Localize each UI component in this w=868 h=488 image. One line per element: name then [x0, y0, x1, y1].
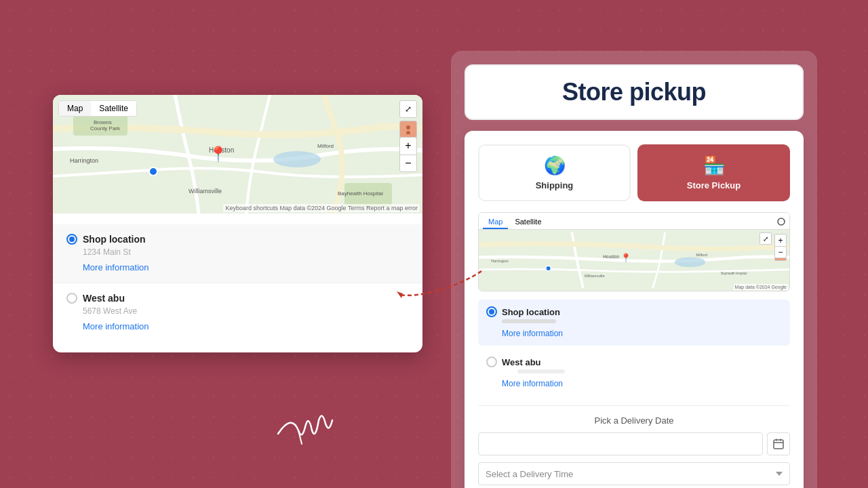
left-location-shop-address: 1234 Main St — [83, 247, 409, 257]
svg-point-15 — [778, 218, 785, 225]
right-location-shop-header: Shop location — [486, 306, 782, 317]
delivery-tabs: 🌍 Shipping 🏪 Store Pickup — [478, 144, 790, 201]
right-location-west-abu[interactable]: West abu More information — [478, 350, 790, 396]
right-radio-west-abu[interactable] — [486, 357, 497, 367]
left-zoom-out-button[interactable]: − — [399, 155, 417, 172]
right-radio-shop[interactable] — [486, 306, 497, 317]
right-map-tab-map[interactable]: Map — [483, 216, 508, 229]
right-zoom-out-button[interactable]: − — [774, 246, 787, 258]
svg-text:Browns: Browns — [94, 119, 112, 125]
svg-text:📍: 📍 — [209, 145, 228, 163]
left-map-container: Browns County Park Harrington Houston Wi… — [53, 95, 422, 214]
svg-text:Milford: Milford — [317, 143, 334, 149]
date-input[interactable] — [478, 432, 763, 455]
left-zoom-controls: + − — [399, 137, 417, 172]
svg-text:Williamsville: Williamsville — [585, 274, 605, 278]
svg-text:Harrington: Harrington — [491, 259, 509, 263]
left-location-west-abu-header: West abu — [66, 293, 409, 304]
left-location-shop-name: Shop location — [83, 234, 146, 245]
right-location-shop-name: Shop location — [502, 307, 560, 317]
delivery-tab-store-pickup[interactable]: 🏪 Store Pickup — [637, 144, 790, 201]
right-zoom-in-button[interactable]: + — [774, 234, 787, 246]
svg-text:Milford: Milford — [696, 253, 707, 257]
right-card: 🌍 Shipping 🏪 Store Pickup Map Satellite — [465, 131, 804, 488]
right-small-map-expand[interactable]: ⤢ — [760, 232, 772, 245]
right-map-wrapper: Map Satellite Harrington Houston — [478, 212, 790, 291]
left-radio-west-abu[interactable] — [66, 293, 77, 304]
right-map-tab-satellite[interactable]: Satellite — [509, 216, 547, 229]
right-location-west-abu-name: West abu — [502, 357, 541, 367]
svg-text:County Park: County Park — [90, 125, 121, 131]
left-more-info-shop-link[interactable]: More information — [83, 262, 149, 272]
svg-text:Houston: Houston — [603, 254, 619, 259]
date-input-row — [478, 432, 790, 455]
right-locations: Shop location More information West abu … — [478, 300, 790, 396]
shipping-label: Shipping — [536, 180, 574, 190]
left-map-footer: Keyboard shortcuts Map data ©2024 Google… — [223, 204, 420, 212]
right-location-west-abu-header: West abu — [486, 357, 782, 367]
left-location-shop-header: Shop location — [66, 234, 409, 245]
store-pickup-icon: 🏪 — [703, 155, 725, 176]
store-pickup-title: Store pickup — [562, 78, 706, 106]
calendar-button[interactable] — [767, 432, 790, 455]
svg-point-24 — [546, 266, 551, 270]
right-map-footer: Map data ©2024 Google — [734, 284, 788, 290]
svg-text:Williamsville: Williamsville — [189, 188, 222, 195]
right-location-shop[interactable]: Shop location More information — [478, 300, 790, 346]
svg-rect-25 — [774, 440, 783, 449]
delivery-date-label: Pick a Delivery Date — [478, 415, 790, 426]
shipping-icon: 🌍 — [544, 155, 566, 176]
left-location-panel: Browns County Park Harrington Houston Wi… — [53, 95, 422, 352]
delivery-time-select[interactable]: Select a Delivery Time — [478, 462, 790, 485]
left-map-tab-map[interactable]: Map — [59, 101, 91, 116]
left-map-tabs: Map Satellite — [58, 100, 137, 117]
store-pickup-title-box: Store pickup — [465, 64, 804, 120]
left-location-west-abu-address: 5678 West Ave — [83, 306, 409, 316]
delivery-date-section: Pick a Delivery Date Select a Delivery T… — [478, 405, 790, 485]
right-location-west-abu-address — [502, 369, 782, 373]
svg-point-17 — [675, 257, 706, 267]
left-panel-content: Shop location 1234 Main St More informat… — [53, 214, 422, 352]
left-more-info-west-abu-link[interactable]: More information — [83, 321, 149, 331]
signature-doodle — [264, 400, 346, 454]
svg-text:Harrington: Harrington — [70, 157, 98, 164]
right-map-tabs: Map Satellite — [479, 213, 789, 230]
left-location-west-abu[interactable]: West abu 5678 West Ave More information — [66, 283, 409, 342]
left-map-tab-satellite[interactable]: Satellite — [91, 101, 136, 116]
left-map-expand-button[interactable]: ⤢ — [399, 100, 417, 118]
svg-text:Bayhealth Hospital: Bayhealth Hospital — [338, 190, 383, 197]
left-radio-shop[interactable] — [66, 234, 77, 245]
right-location-shop-address — [502, 319, 782, 323]
right-zoom-controls: + − — [774, 234, 787, 258]
store-pickup-label: Store Pickup — [687, 180, 741, 190]
left-street-view-icon[interactable] — [399, 121, 417, 138]
svg-point-12 — [149, 167, 157, 176]
svg-text:📍: 📍 — [620, 253, 631, 264]
left-location-west-abu-name: West abu — [83, 293, 125, 304]
svg-text:Bayhealth Hospital: Bayhealth Hospital — [721, 272, 747, 275]
svg-point-1 — [273, 151, 321, 167]
right-more-info-west-abu-link[interactable]: More information — [502, 379, 563, 388]
right-small-map: Harrington Houston Williamsville Milford… — [479, 230, 789, 291]
svg-marker-14 — [397, 291, 403, 298]
svg-point-13 — [406, 125, 410, 129]
right-more-info-shop-link[interactable]: More information — [502, 329, 563, 338]
right-panel: Store pickup 🌍 Shipping 🏪 Store Pickup M… — [451, 51, 817, 488]
delivery-tab-shipping[interactable]: 🌍 Shipping — [478, 144, 631, 201]
left-location-shop[interactable]: Shop location 1234 Main St More informat… — [53, 224, 422, 283]
left-zoom-in-button[interactable]: + — [399, 137, 417, 155]
dashed-arrow — [393, 264, 488, 305]
